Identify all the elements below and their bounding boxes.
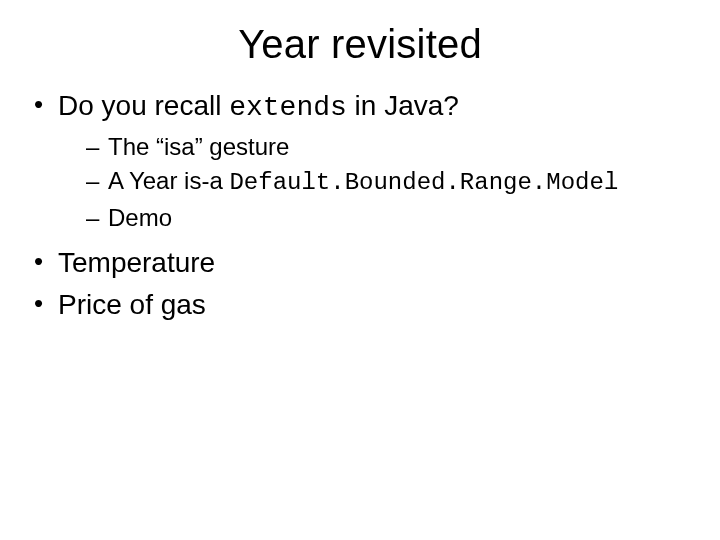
text-fragment: Price of gas [58,289,206,320]
subbullet-year-isa: A Year is-a Default.Bounded.Range.Model [86,165,690,199]
bullet-list-level1: Do you recall extends in Java? The “isa”… [30,87,690,324]
bullet-list-level2: The “isa” gesture A Year is-a Default.Bo… [58,131,690,234]
subbullet-isa-gesture: The “isa” gesture [86,131,690,163]
text-fragment: Demo [108,204,172,231]
bullet-price-of-gas: Price of gas [30,286,690,324]
subbullet-demo: Demo [86,202,690,234]
bullet-recall-extends: Do you recall extends in Java? The “isa”… [30,87,690,234]
code-default-bounded-range-model: Default.Bounded.Range.Model [229,169,618,196]
slide: Year revisited Do you recall extends in … [0,0,720,540]
code-extends: extends [229,92,347,123]
text-fragment: A Year is-a [108,167,229,194]
text-fragment: Temperature [58,247,215,278]
slide-body: Do you recall extends in Java? The “isa”… [0,77,720,324]
bullet-temperature: Temperature [30,244,690,282]
text-fragment: Do you recall [58,90,229,121]
text-fragment: The “isa” gesture [108,133,289,160]
slide-title: Year revisited [0,0,720,77]
text-fragment: in Java? [347,90,459,121]
